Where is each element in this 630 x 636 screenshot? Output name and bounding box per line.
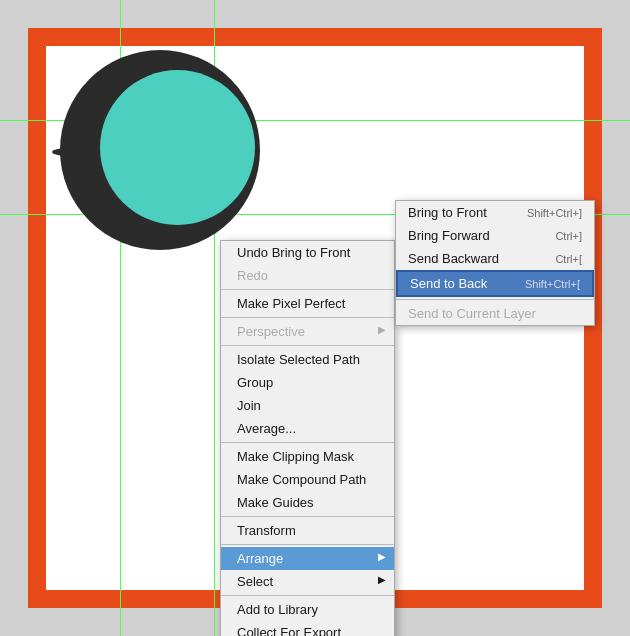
canvas-area: Undo Bring to Front Redo Make Pixel Perf…	[0, 0, 630, 636]
submenu-item-send-backward[interactable]: Send Backward Ctrl+[	[396, 247, 594, 270]
submenu-item-send-to-current-layer: Send to Current Layer	[396, 302, 594, 325]
menu-item-add-to-library[interactable]: Add to Library	[221, 598, 394, 621]
menu-item-group[interactable]: Group	[221, 371, 394, 394]
menu-item-transform[interactable]: Transform	[221, 519, 394, 542]
submenu-item-send-to-back[interactable]: Send to Back Shift+Ctrl+[	[396, 270, 594, 297]
submenu-item-bring-to-front[interactable]: Bring to Front Shift+Ctrl+]	[396, 201, 594, 224]
menu-item-arrange[interactable]: Arrange	[221, 547, 394, 570]
menu-item-select[interactable]: Select	[221, 570, 394, 593]
menu-item-redo: Redo	[221, 264, 394, 287]
arrange-submenu[interactable]: Bring to Front Shift+Ctrl+] Bring Forwar…	[395, 200, 595, 326]
menu-item-make-pixel-perfect[interactable]: Make Pixel Perfect	[221, 292, 394, 315]
submenu-item-bring-forward[interactable]: Bring Forward Ctrl+]	[396, 224, 594, 247]
context-menu[interactable]: Undo Bring to Front Redo Make Pixel Perf…	[220, 240, 395, 636]
menu-item-undo-bring-front[interactable]: Undo Bring to Front	[221, 241, 394, 264]
separator-4	[221, 442, 394, 443]
menu-item-make-compound-path[interactable]: Make Compound Path	[221, 468, 394, 491]
separator-3	[221, 345, 394, 346]
teal-circle	[100, 70, 255, 225]
menu-item-join[interactable]: Join	[221, 394, 394, 417]
menu-item-average[interactable]: Average...	[221, 417, 394, 440]
artwork	[40, 50, 260, 270]
separator-7	[221, 595, 394, 596]
submenu-separator	[396, 299, 594, 300]
menu-item-isolate-selected-path[interactable]: Isolate Selected Path	[221, 348, 394, 371]
separator-5	[221, 516, 394, 517]
separator-6	[221, 544, 394, 545]
pin-shape	[50, 138, 80, 166]
separator-2	[221, 317, 394, 318]
separator-1	[221, 289, 394, 290]
menu-item-make-clipping-mask[interactable]: Make Clipping Mask	[221, 445, 394, 468]
menu-item-perspective[interactable]: Perspective	[221, 320, 394, 343]
menu-item-make-guides[interactable]: Make Guides	[221, 491, 394, 514]
menu-item-collect-for-export[interactable]: Collect For Export	[221, 621, 394, 636]
